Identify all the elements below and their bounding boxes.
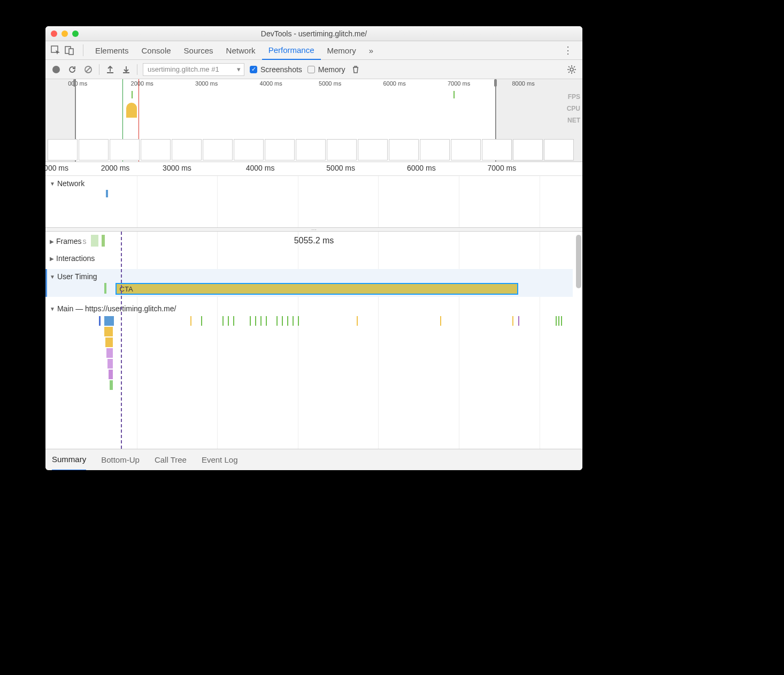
screenshot-thumb[interactable] <box>451 139 481 160</box>
screenshot-thumb[interactable] <box>234 139 264 160</box>
clear-icon[interactable] <box>83 64 94 75</box>
selection-handle-right[interactable] <box>494 79 497 87</box>
tab-event-log[interactable]: Event Log <box>202 449 238 471</box>
screenshot-thumb[interactable] <box>48 139 78 160</box>
task-bar[interactable] <box>282 316 283 326</box>
frames-track-header[interactable]: ▶ Frames s <box>50 237 86 246</box>
timeline-ruler[interactable]: 000 ms 2000 ms 3000 ms 4000 ms 5000 ms 6… <box>45 162 582 176</box>
settings-gear-icon[interactable] <box>566 64 577 75</box>
task-bar[interactable] <box>518 316 519 326</box>
task-bar[interactable] <box>99 316 101 326</box>
tab-call-tree[interactable]: Call Tree <box>155 449 187 471</box>
task-bar[interactable] <box>260 316 262 326</box>
screenshot-thumb[interactable] <box>110 139 140 160</box>
screenshot-thumb[interactable] <box>172 139 202 160</box>
overview-pane[interactable]: 000 ms 2000 ms 3000 ms 4000 ms 5000 ms 6… <box>45 79 582 162</box>
task-bar[interactable] <box>105 338 113 347</box>
screenshot-thumb[interactable] <box>358 139 388 160</box>
load-profile-icon[interactable] <box>105 64 116 75</box>
screenshot-thumb[interactable] <box>544 139 574 160</box>
screenshot-thumb[interactable] <box>203 139 233 160</box>
checkbox-icon: ✓ <box>250 66 257 73</box>
task-bar[interactable] <box>106 348 113 358</box>
task-bar[interactable] <box>104 316 114 326</box>
task-bar[interactable] <box>357 316 358 326</box>
frame-bar[interactable] <box>102 235 105 247</box>
save-profile-icon[interactable] <box>121 64 132 75</box>
task-bar[interactable] <box>107 359 113 369</box>
screenshot-thumb[interactable] <box>513 139 543 160</box>
disclosure-right-icon: ▶ <box>50 256 54 262</box>
vertical-scrollbar[interactable] <box>576 235 581 288</box>
main-track-header[interactable]: ▼ Main — https://usertiming.glitch.me/ <box>50 304 176 313</box>
task-bar[interactable] <box>276 316 278 326</box>
main-label: Main — https://usertiming.glitch.me/ <box>57 304 176 313</box>
task-bar[interactable] <box>266 316 267 326</box>
task-bar[interactable] <box>287 316 288 326</box>
task-bar[interactable] <box>110 380 113 390</box>
task-bar[interactable] <box>556 316 557 326</box>
tab-bottom-up[interactable]: Bottom-Up <box>101 449 140 471</box>
user-timing-cta-bar[interactable]: CTA <box>116 283 518 295</box>
screenshot-thumb[interactable] <box>420 139 450 160</box>
memory-toggle[interactable]: Memory <box>308 65 345 74</box>
screenshot-thumb[interactable] <box>296 139 326 160</box>
screenshot-thumb[interactable] <box>389 139 419 160</box>
titlebar[interactable]: DevTools - usertiming.glitch.me/ <box>45 26 582 41</box>
task-bar[interactable] <box>255 316 256 326</box>
screenshot-thumb[interactable] <box>141 139 171 160</box>
screenshot-thumb[interactable] <box>265 139 295 160</box>
task-bar[interactable] <box>512 316 513 326</box>
tab-network[interactable]: Network <box>220 41 262 60</box>
screenshot-thumb[interactable] <box>79 139 109 160</box>
network-request[interactable] <box>106 190 108 197</box>
interactions-label: Interactions <box>56 254 95 263</box>
task-bar[interactable] <box>228 316 229 326</box>
screenshot-thumb[interactable] <box>482 139 512 160</box>
separator <box>83 44 83 56</box>
tab-performance[interactable]: Performance <box>262 41 321 60</box>
network-track-header[interactable]: ▼ Network <box>50 179 84 188</box>
tab-elements[interactable]: Elements <box>89 41 135 60</box>
tab-overflow[interactable]: » <box>363 41 380 60</box>
user-timing-label: User Timing <box>57 272 97 281</box>
task-bar[interactable] <box>558 316 559 326</box>
task-bar[interactable] <box>222 316 224 326</box>
cpu-label: CPU <box>567 103 580 114</box>
tab-summary[interactable]: Summary <box>52 449 86 471</box>
trash-icon[interactable] <box>350 64 361 75</box>
interactions-track-header[interactable]: ▶ Interactions <box>50 254 95 263</box>
flamegraph-pane[interactable]: ▼ Network ⋯ ▶ Frames s 5055.2 ms ▶ Inter… <box>45 176 582 449</box>
task-bar[interactable] <box>250 316 251 326</box>
ruler-tick: 4000 ms <box>246 164 275 172</box>
fps-label: FPS <box>567 91 580 103</box>
reload-icon[interactable] <box>67 64 78 75</box>
kebab-menu-icon[interactable]: ⋮ <box>559 44 578 56</box>
task-bar[interactable] <box>109 370 113 379</box>
tab-sources[interactable]: Sources <box>178 41 220 60</box>
screenshots-toggle[interactable]: ✓ Screenshots <box>250 65 302 74</box>
recording-selector[interactable]: usertiming.glitch.me #1 <box>143 63 244 76</box>
inspect-icon[interactable] <box>50 44 62 56</box>
task-bar[interactable] <box>233 316 234 326</box>
screenshot-thumb[interactable] <box>327 139 357 160</box>
task-bar[interactable] <box>298 316 299 326</box>
device-toggle-icon[interactable] <box>64 44 75 56</box>
tab-memory[interactable]: Memory <box>321 41 363 60</box>
task-bar[interactable] <box>561 316 562 326</box>
screenshot-filmstrip[interactable] <box>45 138 582 162</box>
tab-console[interactable]: Console <box>135 41 178 60</box>
checkbox-icon <box>308 66 315 73</box>
frame-bar[interactable] <box>91 235 98 247</box>
task-bar[interactable] <box>104 327 113 336</box>
task-bar[interactable] <box>201 316 202 326</box>
task-bar[interactable] <box>293 316 294 326</box>
user-timing-track-header[interactable]: ▼ User Timing <box>50 272 97 281</box>
task-bar[interactable] <box>440 316 441 326</box>
user-timing-mark[interactable] <box>104 283 106 294</box>
chevron-right-icon: » <box>369 46 373 55</box>
selection-handle-left[interactable] <box>73 79 76 87</box>
task-bar[interactable] <box>190 316 191 326</box>
pane-splitter[interactable]: ⋯ <box>45 227 582 232</box>
record-icon[interactable] <box>51 64 62 75</box>
